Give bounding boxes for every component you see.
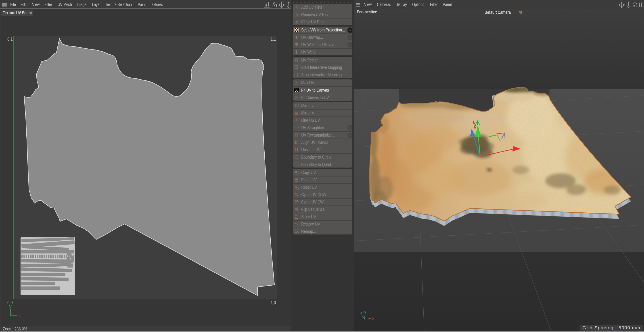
svg-text:V: V [9,304,12,309]
svg-text:X: X [372,317,374,321]
svg-text:Z: Z [360,311,362,315]
svg-text:U: U [18,313,22,318]
svg-text:Y: Y [364,311,366,314]
